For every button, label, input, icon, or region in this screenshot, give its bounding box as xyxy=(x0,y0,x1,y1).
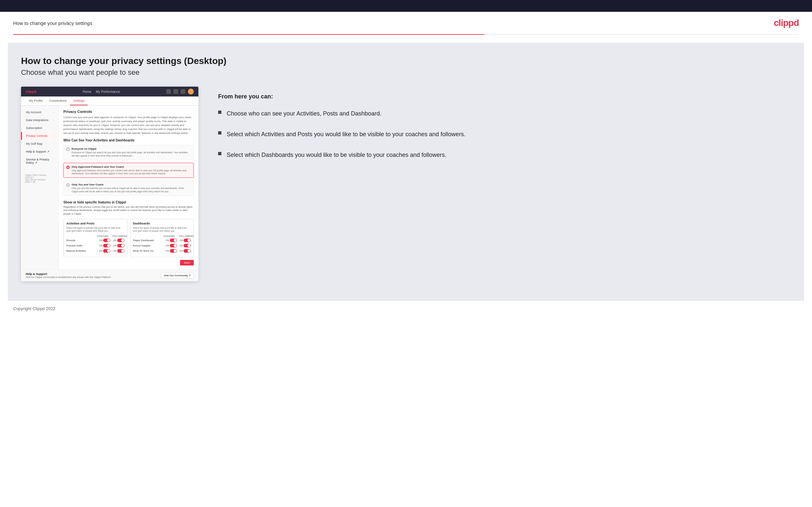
mock-feature-desc: Regardless of the privacy controls that … xyxy=(63,206,194,216)
mock-help-title: Help & Support xyxy=(26,272,111,276)
mock-save-button[interactable]: Save xyxy=(180,260,194,266)
mock-chevron-privacy: › xyxy=(54,134,55,137)
mock-sidebar-subscription[interactable]: Subscription › xyxy=(21,124,58,132)
bullet-text-2: Select which Activities and Posts you wo… xyxy=(226,130,465,139)
mock-sidebar-account[interactable]: My Account › xyxy=(21,108,58,116)
mock-help-desc: Visit our Clippd community to troublesho… xyxy=(26,276,111,279)
bullet-marker-2 xyxy=(218,131,221,134)
mock-nav-performance: My Performance xyxy=(96,90,120,94)
mock-logo: clippd xyxy=(26,90,36,94)
mock-nav-links: Home My Performance xyxy=(83,90,120,94)
mock-activities-title: Activities and Posts xyxy=(66,222,124,225)
bullet-intro: From here you can: xyxy=(218,93,791,100)
bullet-item-3: Select which Dashboards you would like t… xyxy=(218,151,791,160)
mock-work-on-row: What To Work On ON ON xyxy=(133,249,191,253)
mock-dashboards-subtitle: Select the types of activity that you'd … xyxy=(133,226,191,232)
bullet-text-1: Choose who can see your Activities, Post… xyxy=(226,109,382,118)
mock-rounds-row: Rounds ON ON xyxy=(66,238,124,242)
content-row: clippd Home My Performance My Profile Co… xyxy=(21,87,791,281)
bullet-item-1: Choose who can see your Activities, Post… xyxy=(218,109,791,118)
mock-chevron-golfbag: › xyxy=(54,143,55,146)
mock-settings-icon xyxy=(181,89,185,94)
mock-nav-icons xyxy=(166,89,194,95)
mock-navbar: clippd Home My Performance xyxy=(21,87,198,97)
screenshot-mockup: clippd Home My Performance My Profile Co… xyxy=(21,87,198,281)
mock-insights-coaches-toggle[interactable] xyxy=(170,244,177,247)
mock-player-dashboard-row: Player Dashboard ON ON xyxy=(133,238,191,242)
mock-chevron-subscription: › xyxy=(54,127,55,130)
copyright: Copyright Clippd 2022 xyxy=(13,306,55,311)
logo: clippd xyxy=(774,18,799,28)
mock-player-coaches-toggle[interactable] xyxy=(170,238,177,242)
mock-workon-coaches-toggle[interactable] xyxy=(170,249,177,253)
top-bar xyxy=(0,0,812,12)
mock-manual-coaches-toggle[interactable] xyxy=(103,249,110,253)
header-title: How to change your privacy settings xyxy=(13,20,92,26)
mock-radio-dot-everyone xyxy=(66,148,70,151)
mock-body: My Account › Data Integrations › Subscri… xyxy=(21,106,198,269)
mock-radio-dot-approved xyxy=(66,166,70,169)
mock-sidebar-privacy-policy[interactable]: Service & Privacy Policy ↗ xyxy=(21,156,58,167)
mock-toggle-cards: Activities and Posts Select the types of… xyxy=(63,219,194,257)
mock-rounds-followers-toggle[interactable] xyxy=(117,238,124,242)
bullet-list: Choose who can see your Activities, Post… xyxy=(218,109,791,160)
mock-dashboards-title: Dashboards xyxy=(133,222,191,225)
mock-tab-connections[interactable]: Connections xyxy=(46,97,70,105)
mock-sidebar-golfbag[interactable]: My Golf Bag › xyxy=(21,140,58,148)
mock-chevron-integrations: › xyxy=(54,119,55,122)
mock-radio-everyone[interactable]: Everyone on Clippd Everyone on Clippd ca… xyxy=(63,145,194,160)
mock-panel-title: Privacy Controls xyxy=(63,110,194,114)
mock-avatar xyxy=(188,89,194,95)
mock-sidebar-version: Clippd Client Version: 2022.8.2SQL Serve… xyxy=(21,170,58,187)
mock-panel-description: Control how you and your data appears to… xyxy=(63,115,194,135)
mock-activities-header: COACHES FOLLOWERS xyxy=(66,235,124,237)
mock-player-followers-toggle[interactable] xyxy=(184,238,191,242)
mock-sidebar-help[interactable]: Help & Support ↗ xyxy=(21,148,58,156)
mock-visit-community-button[interactable]: Visit Our Community ↗ xyxy=(161,272,194,279)
mock-round-insights-row: Round Insights ON ON xyxy=(133,244,191,247)
mock-feature-section: Show or hide specific features in Clippd… xyxy=(63,201,194,266)
mock-manual-row: Manual Activities ON ON xyxy=(66,249,124,253)
mock-tabs: My Profile Connections Settings xyxy=(21,97,198,106)
bullet-marker-1 xyxy=(218,111,221,114)
mock-sidebar-integrations[interactable]: Data Integrations › xyxy=(21,116,58,124)
mock-radio-group: Everyone on Clippd Everyone on Clippd ca… xyxy=(63,145,194,196)
mock-visibility-title: Who Can See Your Activities and Dashboar… xyxy=(63,138,194,142)
mock-drills-followers-toggle[interactable] xyxy=(117,244,124,247)
bullet-section: From here you can: Choose who can see yo… xyxy=(218,87,791,160)
bullet-item-2: Select which Activities and Posts you wo… xyxy=(218,130,791,139)
mock-chevron-account: › xyxy=(54,111,55,114)
mock-dashboards-header: COACHES FOLLOWERS xyxy=(133,235,191,237)
mock-help-bar: Help & Support Visit our Clippd communit… xyxy=(21,269,198,281)
mock-save-bar: Save xyxy=(63,260,194,266)
mock-drills-row: Practice Drills ON ON xyxy=(66,244,124,247)
header-divider xyxy=(13,34,799,35)
bullet-text-3: Select which Dashboards you would like t… xyxy=(226,151,446,160)
mock-radio-dot-only-you xyxy=(66,183,70,187)
mock-tab-profile[interactable]: My Profile xyxy=(26,97,46,105)
mock-grid-icon xyxy=(173,89,178,94)
mock-nav-home: Home xyxy=(83,90,91,94)
footer: Copyright Clippd 2022 xyxy=(0,301,812,316)
mock-radio-only-you[interactable]: Only You and Your Coach Only you and the… xyxy=(63,180,194,196)
main-content: How to change your privacy settings (Des… xyxy=(8,43,804,301)
page-subheading: Choose what you want people to see xyxy=(21,68,791,77)
header: How to change your privacy settings clip… xyxy=(0,12,812,34)
mock-activities-subtitle: Select the types of activity that you'd … xyxy=(66,226,124,232)
page-heading: How to change your privacy settings (Des… xyxy=(21,56,791,66)
mock-sidebar: My Account › Data Integrations › Subscri… xyxy=(21,106,59,269)
mock-radio-approved[interactable]: Only Approved Followers and Your Coach O… xyxy=(63,163,194,178)
mock-feature-title: Show or hide specific features in Clippd xyxy=(63,201,194,204)
bullet-marker-3 xyxy=(218,152,221,155)
mock-main-panel: Privacy Controls Control how you and you… xyxy=(59,106,198,269)
mock-sidebar-privacy[interactable]: Privacy Controls › xyxy=(21,132,58,140)
mock-activities-card: Activities and Posts Select the types of… xyxy=(63,219,128,257)
mock-rounds-coaches-toggle[interactable] xyxy=(103,238,110,242)
mock-search-icon xyxy=(166,89,171,94)
mock-manual-followers-toggle[interactable] xyxy=(117,249,124,253)
mock-drills-coaches-toggle[interactable] xyxy=(103,244,110,247)
mock-dashboards-card: Dashboards Select the types of activity … xyxy=(130,219,194,257)
mock-insights-followers-toggle[interactable] xyxy=(184,244,191,247)
mock-workon-followers-toggle[interactable] xyxy=(184,249,191,253)
mock-tab-settings[interactable]: Settings xyxy=(70,97,88,105)
